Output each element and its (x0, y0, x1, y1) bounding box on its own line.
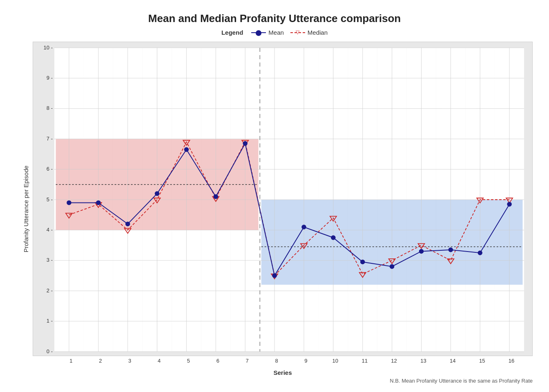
x-axis-ticks-row: 12345678910111213141516 (54, 356, 549, 368)
x-tick-label: 16 (507, 358, 516, 364)
x-tick-label: 3 (125, 358, 135, 364)
x-tick-label: 9 (301, 358, 311, 364)
legend-median-label: Median (308, 29, 328, 36)
chart-title: Mean and Median Profanity Utterance comp… (148, 12, 401, 25)
x-tick-label: 15 (477, 358, 487, 364)
x-tick-label: 7 (242, 358, 252, 364)
mean-line-icon (251, 32, 266, 33)
median-line-icon (290, 32, 305, 33)
legend-mean-item: Mean (251, 29, 284, 36)
legend-mean-label: Mean (268, 29, 284, 36)
legend: Legend Mean Median (221, 29, 328, 36)
chart-area: 12345678910111213141516 Series (33, 42, 533, 376)
x-tick-label: 11 (360, 358, 370, 364)
legend-median-item: Median (290, 29, 328, 36)
x-tick-label: 4 (154, 358, 164, 364)
footnote: N.B. Mean Profanity Utterance is the sam… (16, 378, 533, 384)
y-axis-label: Profanity Utterance per Episode (16, 42, 33, 376)
x-tick-label: 12 (389, 358, 399, 364)
x-tick-label: 2 (96, 358, 105, 364)
x-tick-label: 8 (272, 358, 281, 364)
x-tick-label: 14 (448, 358, 458, 364)
x-tick-label: 1 (66, 358, 76, 364)
chart-container: Profanity Utterance per Episode 12345678… (16, 42, 533, 376)
x-tick-label: 5 (183, 358, 193, 364)
x-tick-label: 10 (330, 358, 340, 364)
x-axis-label: Series (33, 369, 533, 376)
plot-area (33, 42, 533, 356)
page: Mean and Median Profanity Utterance comp… (0, 0, 549, 392)
legend-label: Legend (221, 29, 243, 36)
x-tick-label: 6 (213, 358, 223, 364)
x-tick-label: 13 (418, 358, 428, 364)
